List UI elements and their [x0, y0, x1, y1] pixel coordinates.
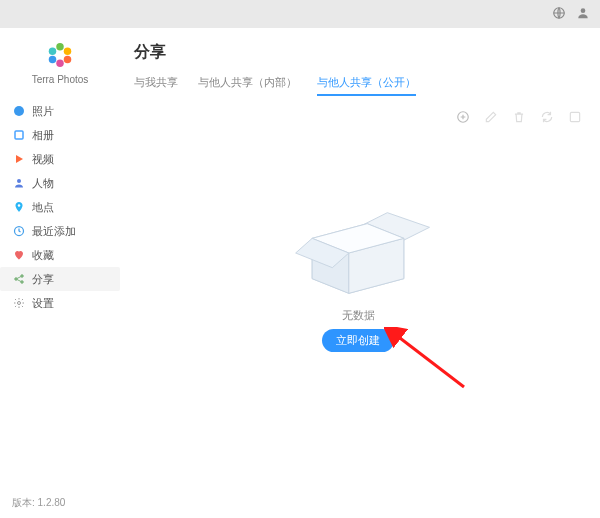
page-title: 分享: [134, 42, 582, 63]
sidebar: Terra Photos 照片 相册 视频 人物 地点 最近添加 收藏: [0, 28, 120, 518]
svg-point-2: [56, 43, 64, 51]
app-name: Terra Photos: [0, 74, 120, 85]
sidebar-item-fav[interactable]: 收藏: [0, 243, 120, 267]
heart-icon: [12, 248, 26, 262]
empty-state: 无数据 立即创建: [134, 187, 582, 352]
sidebar-item-photos[interactable]: 照片: [0, 99, 120, 123]
add-icon[interactable]: [456, 110, 470, 127]
sidebar-item-label: 最近添加: [32, 224, 76, 239]
empty-box-icon: [283, 187, 433, 300]
sidebar-item-share[interactable]: 分享: [0, 267, 120, 291]
svg-point-6: [49, 56, 57, 64]
share-tabs: 与我共享 与他人共享（内部） 与他人共享（公开）: [134, 75, 582, 96]
svg-point-8: [14, 106, 24, 116]
sidebar-item-label: 相册: [32, 128, 54, 143]
tab-with-others-public[interactable]: 与他人共享（公开）: [317, 75, 416, 96]
nav-list: 照片 相册 视频 人物 地点 最近添加 收藏 分享: [0, 99, 120, 315]
share-icon: [12, 272, 26, 286]
sidebar-item-label: 设置: [32, 296, 54, 311]
sidebar-item-people[interactable]: 人物: [0, 171, 120, 195]
sidebar-item-label: 分享: [32, 272, 54, 287]
svg-point-5: [56, 60, 64, 68]
sidebar-item-label: 视频: [32, 152, 54, 167]
sidebar-item-settings[interactable]: 设置: [0, 291, 120, 315]
app-logo-icon: [0, 40, 120, 70]
sidebar-item-albums[interactable]: 相册: [0, 123, 120, 147]
brand: Terra Photos: [0, 34, 120, 95]
svg-rect-9: [15, 131, 23, 139]
more-icon[interactable]: [568, 110, 582, 127]
sidebar-item-recent[interactable]: 最近添加: [0, 219, 120, 243]
svg-rect-19: [570, 112, 579, 121]
globe-icon[interactable]: [552, 6, 566, 23]
svg-point-11: [17, 179, 21, 183]
sidebar-item-label: 地点: [32, 200, 54, 215]
gear-icon: [12, 296, 26, 310]
version-label: 版本: 1.2.80: [12, 496, 65, 510]
create-button[interactable]: 立即创建: [322, 329, 394, 352]
svg-point-7: [49, 48, 57, 56]
svg-line-27: [396, 335, 464, 387]
svg-marker-10: [16, 155, 23, 163]
svg-point-12: [18, 204, 21, 207]
sidebar-item-videos[interactable]: 视频: [0, 147, 120, 171]
tab-with-others-internal[interactable]: 与他人共享（内部）: [198, 75, 297, 96]
edit-icon[interactable]: [484, 110, 498, 127]
toolbar: [134, 110, 582, 127]
svg-point-3: [64, 48, 72, 56]
main-panel: 分享 与我共享 与他人共享（内部） 与他人共享（公开） 无数据: [120, 28, 600, 518]
sidebar-item-label: 照片: [32, 104, 54, 119]
delete-icon[interactable]: [512, 110, 526, 127]
person-icon: [12, 176, 26, 190]
sidebar-item-label: 人物: [32, 176, 54, 191]
sidebar-item-label: 收藏: [32, 248, 54, 263]
empty-text: 无数据: [342, 308, 375, 323]
top-bar: [0, 0, 600, 28]
user-icon[interactable]: [576, 6, 590, 23]
play-icon: [12, 152, 26, 166]
svg-point-17: [18, 302, 21, 305]
svg-point-1: [581, 8, 586, 13]
image-icon: [12, 104, 26, 118]
tab-with-me[interactable]: 与我共享: [134, 75, 178, 96]
svg-point-4: [64, 56, 72, 64]
annotation-arrow-icon: [384, 327, 474, 397]
album-icon: [12, 128, 26, 142]
sidebar-item-places[interactable]: 地点: [0, 195, 120, 219]
refresh-icon[interactable]: [540, 110, 554, 127]
pin-icon: [12, 200, 26, 214]
clock-icon: [12, 224, 26, 238]
